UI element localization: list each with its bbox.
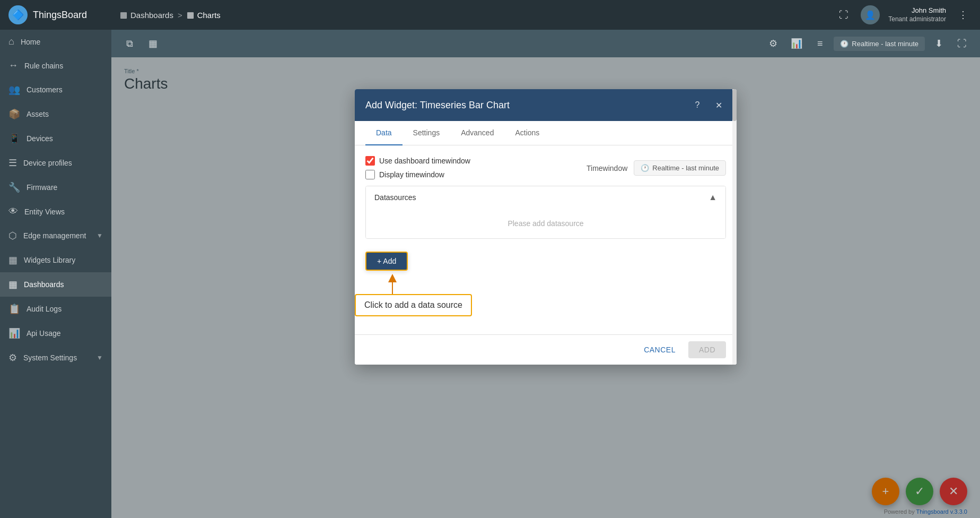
- avatar[interactable]: 👤: [861, 5, 880, 24]
- edge-management-arrow-icon: ▼: [97, 232, 103, 239]
- audit-logs-icon: 📋: [8, 303, 20, 315]
- sidebar-item-firmware[interactable]: 🔧 Firmware: [0, 175, 111, 200]
- modal-add-button: Add: [688, 341, 726, 358]
- timewindow-label: Timewindow: [587, 164, 627, 172]
- tab-data[interactable]: Data: [365, 121, 402, 145]
- time-display: Realtime - last minute: [852, 40, 918, 48]
- firmware-icon: 🔧: [8, 182, 20, 193]
- dashboards-icon: ▦: [8, 279, 18, 290]
- system-settings-arrow-icon: ▼: [97, 354, 103, 361]
- sidebar-item-api-usage[interactable]: 📊 Api Usage: [0, 321, 111, 346]
- display-timewindow-row: Display timewindow: [365, 170, 470, 179]
- annotation-box: Click to add a data source: [355, 294, 472, 316]
- fullscreen-icon[interactable]: ⛶: [835, 6, 852, 23]
- breadcrumb-dashboards[interactable]: ▦ Dashboards: [120, 10, 173, 20]
- content-area: ⧉ ▦ ⚙ 📊 ≡ 🕐 Realtime - last minute ⬇ ⛶ T…: [111, 30, 980, 518]
- logo-icon: 🔷: [8, 5, 28, 24]
- filter-icon[interactable]: ≡: [810, 34, 829, 53]
- modal-header: Add Widget: Timeseries Bar Chart ? ✕: [355, 89, 737, 121]
- devices-icon: 📱: [8, 133, 20, 144]
- modal-scrollbar-thumb: [732, 89, 737, 121]
- sidebar-label-assets: Assets: [27, 110, 49, 118]
- sidebar-item-home[interactable]: ⌂ Home: [0, 30, 111, 54]
- download-icon[interactable]: ⬇: [929, 34, 948, 53]
- datasource-title: Datasources: [374, 193, 708, 202]
- sidebar-item-device-profiles[interactable]: ☰ Device profiles: [0, 151, 111, 175]
- close-icon[interactable]: ✕: [711, 98, 726, 113]
- cancel-button[interactable]: Cancel: [635, 341, 684, 358]
- settings-icon[interactable]: ⚙: [764, 34, 783, 53]
- main-layout: ⌂ Home ↔ Rule chains 👥 Customers 📦 Asset…: [0, 30, 980, 518]
- sidebar-label-home: Home: [21, 38, 40, 46]
- logo-area: 🔷 ThingsBoard: [8, 5, 120, 24]
- dashboards-grid-icon: ▦: [120, 10, 127, 20]
- modal-tabs: Data Settings Advanced Actions: [355, 121, 737, 145]
- use-dashboard-timewindow-label: Use dashboard timewindow: [379, 157, 470, 165]
- sidebar-item-system-settings[interactable]: ⚙ System Settings ▼: [0, 346, 111, 370]
- sidebar-item-assets[interactable]: 📦 Assets: [0, 102, 111, 126]
- modal-scrollbar[interactable]: [732, 89, 737, 365]
- customers-icon: 👥: [8, 84, 20, 96]
- sidebar-item-widgets-library[interactable]: ▦ Widgets Library: [0, 248, 111, 272]
- datasource-collapse-icon: ▲: [708, 193, 717, 202]
- datasource-header[interactable]: Datasources ▲: [366, 186, 725, 209]
- tab-actions[interactable]: Actions: [504, 121, 550, 145]
- datasource-placeholder: Please add datasource: [374, 219, 717, 228]
- menu-dots-icon[interactable]: ⋮: [955, 6, 972, 23]
- sidebar-item-audit-logs[interactable]: 📋 Audit Logs: [0, 297, 111, 321]
- top-header: 🔷 ThingsBoard ▦ Dashboards > ▦ Charts ⛶ …: [0, 0, 980, 30]
- device-profiles-icon: ☰: [8, 157, 17, 169]
- timewindow-value[interactable]: 🕐 Realtime - last minute: [634, 160, 726, 176]
- annotation-arrow: [384, 274, 400, 303]
- clock-icon: 🕐: [840, 40, 848, 48]
- sidebar-item-devices[interactable]: 📱 Devices: [0, 126, 111, 151]
- time-indicator[interactable]: 🕐 Realtime - last minute: [834, 37, 925, 51]
- user-name: John Smith: [888, 6, 946, 15]
- breadcrumb-current: ▦ Charts: [187, 10, 221, 20]
- sidebar-label-audit-logs: Audit Logs: [27, 305, 62, 313]
- help-icon[interactable]: ?: [690, 98, 705, 113]
- sidebar-item-entity-views[interactable]: 👁 Entity Views: [0, 200, 111, 223]
- modal-body: Use dashboard timewindow Display timewin…: [355, 145, 737, 334]
- breadcrumb: ▦ Dashboards > ▦ Charts: [120, 10, 835, 20]
- expand-icon[interactable]: ⛶: [952, 34, 972, 53]
- sidebar-item-rule-chains[interactable]: ↔ Rule chains: [0, 54, 111, 77]
- sidebar-label-widgets-library: Widgets Library: [24, 256, 75, 264]
- sidebar-item-dashboards[interactable]: ▦ Dashboards: [0, 272, 111, 297]
- timewindow-text: Realtime - last minute: [652, 164, 719, 172]
- datasource-body: Please add datasource: [366, 209, 725, 238]
- user-role: Tenant administrator: [888, 15, 946, 24]
- add-datasource-button[interactable]: + Add: [365, 252, 408, 271]
- home-icon: ⌂: [8, 36, 14, 47]
- sidebar-item-edge-management[interactable]: ⬡ Edge management ▼: [0, 223, 111, 248]
- sidebar-label-system-settings: System Settings: [23, 353, 77, 362]
- modal-header-icons: ? ✕: [690, 98, 726, 113]
- system-settings-icon: ⚙: [8, 352, 17, 364]
- sidebar-label-edge-management: Edge management: [23, 231, 86, 240]
- sidebar-label-entity-views: Entity Views: [24, 208, 65, 216]
- sidebar: ⌂ Home ↔ Rule chains 👥 Customers 📦 Asset…: [0, 30, 111, 518]
- layers-icon[interactable]: ⧉: [120, 34, 139, 53]
- dashboard-content: Title * Charts Add Widget: Timeseries Ba…: [111, 57, 980, 518]
- dashboard-toolbar: ⧉ ▦ ⚙ 📊 ≡ 🕐 Realtime - last minute ⬇ ⛶: [111, 30, 980, 57]
- sidebar-label-dashboards: Dashboards: [24, 280, 64, 289]
- modal-title: Add Widget: Timeseries Bar Chart: [365, 100, 510, 111]
- display-timewindow-checkbox[interactable]: [365, 170, 375, 179]
- tab-advanced[interactable]: Advanced: [450, 121, 504, 145]
- use-dashboard-timewindow-checkbox[interactable]: [365, 156, 375, 166]
- add-datasource-button-label: + Add: [377, 257, 396, 265]
- sidebar-item-customers[interactable]: 👥 Customers: [0, 77, 111, 102]
- grid-icon[interactable]: ▦: [143, 34, 162, 53]
- header-right: ⛶ 👤 John Smith Tenant administrator ⋮: [835, 5, 972, 24]
- datasource-section: Datasources ▲ Please add datasource: [365, 186, 726, 239]
- tab-settings[interactable]: Settings: [402, 121, 451, 145]
- sidebar-label-api-usage: Api Usage: [27, 329, 61, 338]
- rule-chains-icon: ↔: [8, 60, 18, 71]
- edge-management-icon: ⬡: [8, 230, 17, 241]
- widgets-library-icon: ▦: [8, 254, 18, 266]
- modal-backdrop: Add Widget: Timeseries Bar Chart ? ✕ Dat…: [111, 57, 980, 518]
- sidebar-label-devices: Devices: [27, 134, 53, 143]
- chart-icon[interactable]: 📊: [787, 34, 806, 53]
- sidebar-label-device-profiles: Device profiles: [23, 159, 72, 167]
- sidebar-label-customers: Customers: [27, 85, 63, 94]
